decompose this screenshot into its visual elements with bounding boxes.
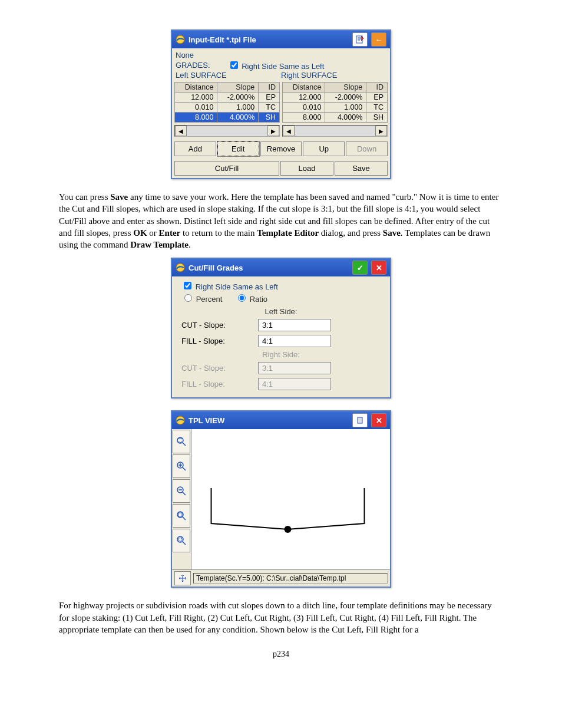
right-same-as-left-input[interactable]	[184, 282, 191, 289]
table-row[interactable]: 8.000 4.000% SH	[283, 113, 388, 123]
svg-rect-9	[178, 513, 182, 516]
app-icon	[176, 35, 185, 44]
top-panel: None GRADES: Right Side Same as Left Lef…	[172, 48, 390, 82]
right-cut-label: CUT - Slope:	[181, 364, 252, 373]
right-same-as-left-label: Right Side Same as Left	[242, 62, 324, 71]
add-button[interactable]: Add	[174, 141, 216, 156]
save-button[interactable]: Save	[335, 161, 388, 176]
table-row[interactable]: 0.010 1.000 TC	[283, 103, 388, 113]
input-edit-tpl-dialog: Input-Edit *.tpl File ← None GRADES: Rig…	[171, 29, 391, 179]
svg-point-11	[285, 526, 292, 533]
settings-button[interactable]	[352, 413, 368, 427]
toolbar	[172, 429, 191, 569]
up-button[interactable]: Up	[303, 141, 345, 156]
remove-button[interactable]: Remove	[260, 141, 302, 156]
zoom-previous-icon[interactable]	[173, 529, 190, 552]
pan-icon[interactable]	[174, 571, 191, 585]
zoom-out-icon[interactable]	[173, 479, 190, 503]
percent-radio[interactable]: Percent	[181, 295, 222, 304]
right-surface-label: Right SURFACE	[281, 71, 386, 80]
titlebar: Cut/Fill Grades ✓ ✕	[172, 259, 390, 276]
cancel-button[interactable]: ✕	[371, 261, 386, 275]
ok-button[interactable]: ✓	[352, 261, 368, 275]
svg-rect-4	[358, 417, 362, 423]
table-row[interactable]: 12.000 -2.000% EP	[175, 93, 280, 103]
back-button[interactable]: ←	[371, 32, 386, 47]
col-distance[interactable]: Distance	[175, 83, 217, 93]
col-id[interactable]: ID	[259, 83, 280, 93]
left-fill-label: FILL - Slope:	[181, 337, 252, 345]
cutfill-button[interactable]: Cut/Fill	[174, 161, 279, 176]
left-surface-label: Left SURFACE	[176, 71, 281, 80]
left-side-header: Left Side:	[172, 306, 390, 317]
col-distance[interactable]: Distance	[283, 83, 325, 93]
none-label: None	[176, 51, 386, 60]
paragraph-1: You can press Save any time to save your…	[59, 191, 503, 251]
right-same-as-left-input[interactable]	[230, 61, 238, 69]
page-number: p234	[59, 650, 503, 659]
cutfill-grades-dialog: Cut/Fill Grades ✓ ✕ Right Side Same as L…	[171, 258, 391, 398]
template-canvas[interactable]	[191, 429, 390, 569]
paragraph-2: For highway projects or subdivision road…	[59, 599, 503, 635]
right-fill-input	[258, 378, 331, 390]
table-row[interactable]: 12.000 -2.000% EP	[283, 93, 388, 103]
status-text: Template(Sc.Y=5.00): C:\Sur..cial\Data\T…	[193, 573, 388, 584]
load-button[interactable]: Load	[280, 161, 333, 176]
scroll-left-icon[interactable]: ◀	[283, 126, 295, 136]
right-cut-input	[258, 362, 331, 374]
right-same-as-left-label: Right Side Same as Left	[196, 282, 278, 291]
scroll-right-icon[interactable]: ▶	[267, 126, 279, 136]
app-icon	[176, 263, 185, 272]
notes-button[interactable]	[352, 32, 368, 47]
table-row[interactable]: 0.010 1.000 TC	[175, 103, 280, 113]
right-side-header: Right Side:	[172, 349, 390, 360]
right-same-as-left-checkbox[interactable]: Right Side Same as Left	[228, 60, 325, 71]
col-slope[interactable]: Slope	[217, 83, 259, 93]
col-slope[interactable]: Slope	[325, 83, 366, 93]
left-cut-label: CUT - Slope:	[181, 321, 252, 330]
close-button[interactable]: ✕	[371, 413, 386, 427]
statusbar: Template(Sc.Y=5.00): C:\Sur..cial\Data\T…	[172, 569, 390, 587]
table-row[interactable]: 8.000 4.000% SH	[175, 113, 280, 123]
right-same-as-left-checkbox[interactable]: Right Side Same as Left	[181, 282, 278, 291]
left-cut-input[interactable]	[258, 319, 331, 331]
right-surface-list[interactable]: Distance Slope ID 12.000 -2.000% EP 0.01…	[282, 82, 388, 123]
col-id[interactable]: ID	[366, 83, 388, 93]
dialog-title: TPL VIEW	[189, 416, 224, 425]
zoom-in-icon[interactable]	[173, 454, 190, 478]
left-fill-input[interactable]	[258, 335, 331, 347]
titlebar: Input-Edit *.tpl File ←	[172, 31, 390, 48]
right-hscrollbar[interactable]: ◀ ▶	[282, 125, 388, 137]
dialog-title: Input-Edit *.tpl File	[189, 35, 256, 44]
tpl-view-dialog: TPL VIEW ✕ Template(Sc.Y=5.00): C:\Sur..…	[171, 410, 391, 588]
down-button[interactable]: Down	[346, 141, 388, 156]
scroll-right-icon[interactable]: ▶	[375, 126, 387, 136]
left-surface-list[interactable]: Distance Slope ID 12.000 -2.000% EP 0.01…	[174, 82, 280, 123]
zoom-window-icon[interactable]	[173, 504, 190, 528]
app-icon	[176, 416, 185, 425]
right-fill-label: FILL - Slope:	[181, 380, 252, 388]
titlebar: TPL VIEW ✕	[172, 411, 390, 429]
ratio-radio[interactable]: Ratio	[235, 295, 267, 304]
dialog-title: Cut/Fill Grades	[189, 263, 243, 272]
edit-button[interactable]: Edit	[217, 141, 259, 156]
scroll-left-icon[interactable]: ◀	[175, 126, 187, 136]
grades-label: GRADES:	[176, 61, 210, 70]
zoom-extents-icon[interactable]	[173, 430, 190, 453]
left-hscrollbar[interactable]: ◀ ▶	[174, 125, 280, 137]
